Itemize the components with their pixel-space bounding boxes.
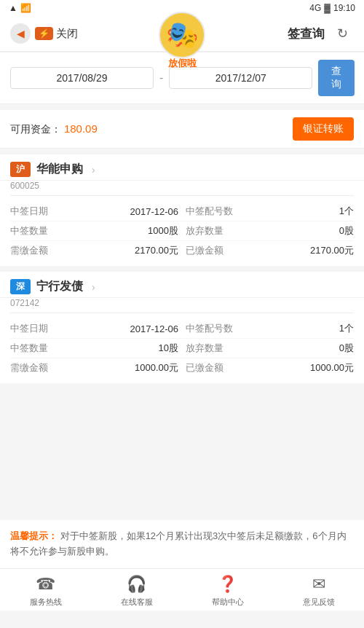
close-label: 关闭 <box>56 27 78 41</box>
wifi-icon: ▲ <box>9 3 17 13</box>
back-icon: ◀ <box>17 28 25 39</box>
value2-zhongqian-num: 10股 <box>159 342 178 355</box>
header: ◀ ⚡ 关闭 🎭 放假啦 签查询 ↻ <box>0 16 364 52</box>
detail-col-1-1a: 中签日期 2017-12-06 <box>10 205 178 218</box>
label-zhongqian-date: 中签日期 <box>10 205 48 218</box>
label2-peihao: 中签配号数 <box>186 322 233 335</box>
transfer-button[interactable]: 银证转账 <box>293 117 354 141</box>
network-label: 4G <box>309 3 321 13</box>
signal-icon: 📶 <box>20 3 31 13</box>
nav-item-online-service[interactable]: 🎧 在线客服 <box>91 575 182 608</box>
end-date-input[interactable] <box>169 67 312 89</box>
value-abandon: 0股 <box>339 224 354 238</box>
funds-row: 可用资金： 180.09 银证转账 <box>0 110 364 149</box>
detail-row-2-1: 中签日期 2017-12-06 中签配号数 1个 <box>10 319 354 339</box>
close-logo: ⚡ <box>35 27 53 40</box>
funds-value: 180.09 <box>64 122 98 135</box>
market-badge-sz: 深 <box>10 279 31 294</box>
header-center: 🎭 放假啦 <box>159 16 205 70</box>
nav-item-help[interactable]: ❓ 帮助中心 <box>182 575 273 608</box>
help-icon: ❓ <box>218 575 237 594</box>
stock-header-1[interactable]: 沪 华能申购 › <box>0 154 364 181</box>
stock-details-1: 中签日期 2017-12-06 中签配号数 1个 中签数量 1000股 放弃数量… <box>0 196 364 260</box>
label2-zhongqian-date: 中签日期 <box>10 322 48 335</box>
header-subtitle: 放假啦 <box>168 57 197 70</box>
funds-label: 可用资金： <box>10 123 61 135</box>
label2-paid: 已缴金额 <box>186 361 223 374</box>
detail-col-2-3b: 已缴金额 1000.00元 <box>186 361 354 374</box>
nav-label-help: 帮助中心 <box>212 597 244 608</box>
header-right: 签查询 ↻ <box>288 22 354 45</box>
label-need-pay: 需缴金额 <box>10 244 48 257</box>
time-label: 19:10 <box>333 3 355 13</box>
refresh-icon: ↻ <box>337 25 348 42</box>
refresh-button[interactable]: ↻ <box>331 22 354 45</box>
nav-item-feedback[interactable]: ✉ 意见反馈 <box>273 575 364 608</box>
back-button[interactable]: ◀ <box>10 23 31 44</box>
detail-col-2-1a: 中签日期 2017-12-06 <box>10 322 178 335</box>
header-left: ◀ ⚡ 关闭 <box>10 23 78 44</box>
detail-col-1-1b: 中签配号数 1个 <box>186 205 354 218</box>
detail-row-2-3: 需缴金额 1000.00元 已缴金额 1000.00元 <box>10 358 354 377</box>
detail-row-1-1: 中签日期 2017-12-06 中签配号数 1个 <box>10 202 354 221</box>
mail-icon: ✉ <box>312 575 325 594</box>
nav-label-online-service: 在线客服 <box>121 597 153 608</box>
market-badge-sh: 沪 <box>10 162 31 177</box>
detail-col-1-3a: 需缴金额 2170.00元 <box>10 244 178 257</box>
detail-col-2-1b: 中签配号数 1个 <box>186 322 354 335</box>
nav-label-hotline: 服务热线 <box>30 597 62 608</box>
value-paid: 2170.00元 <box>310 244 354 257</box>
headset-icon: 🎧 <box>127 575 146 594</box>
stock-card-1: 沪 华能申购 › 600025 中签日期 2017-12-06 中签配号数 1个… <box>0 154 364 266</box>
label2-abandon: 放弃数量 <box>186 342 223 355</box>
footer-tip-label: 温馨提示： <box>10 530 58 541</box>
mascot-image: 🎭 <box>159 12 205 58</box>
detail-row-1-2: 中签数量 1000股 放弃数量 0股 <box>10 221 354 241</box>
value-peihao: 1个 <box>339 205 354 218</box>
value-zhongqian-date: 2017-12-06 <box>130 206 179 217</box>
chevron-right-icon-1: › <box>92 164 95 176</box>
label-peihao: 中签配号数 <box>186 205 233 218</box>
funds-info: 可用资金： 180.09 <box>10 122 98 136</box>
value-need-pay: 2170.00元 <box>135 244 178 257</box>
footer-tip: 温馨提示： 对于中签新股，如果12个月累计出现3次中签后未足额缴款，6个月内将不… <box>0 520 364 568</box>
label-paid: 已缴金额 <box>186 244 223 257</box>
query-button[interactable]: 查询 <box>318 60 355 96</box>
nav-item-hotline[interactable]: ☎ 服务热线 <box>0 575 91 608</box>
stock-code-1: 600025 <box>0 181 364 195</box>
value2-zhongqian-date: 2017-12-06 <box>130 323 179 334</box>
empty-content-area <box>0 383 364 514</box>
phone-icon: ☎ <box>36 575 55 594</box>
close-button[interactable]: ⚡ 关闭 <box>35 27 78 41</box>
detail-col-2-2a: 中签数量 10股 <box>10 342 178 355</box>
date-separator: - <box>159 71 163 85</box>
detail-col-2-3a: 需缴金额 1000.00元 <box>10 361 178 374</box>
detail-col-2-2b: 放弃数量 0股 <box>186 342 354 355</box>
stock-name-2: 宁行发债 <box>36 279 83 294</box>
footer-tip-content: 对于中签新股，如果12个月累计出现3次中签后未足额缴款，6个月内将不允许参与新股… <box>10 530 347 557</box>
value2-need-pay: 1000.00元 <box>135 361 178 374</box>
status-right: 4G ▓ 19:10 <box>309 3 355 13</box>
header-wrapper: ◀ ⚡ 关闭 🎭 放假啦 签查询 ↻ <box>0 16 364 52</box>
page-title: 签查询 <box>288 25 325 42</box>
detail-row-2-2: 中签数量 10股 放弃数量 0股 <box>10 339 354 358</box>
battery-icon: ▓ <box>324 3 331 13</box>
value2-paid: 1000.00元 <box>310 361 354 374</box>
label2-zhongqian-num: 中签数量 <box>10 342 48 355</box>
value2-abandon: 0股 <box>339 342 354 355</box>
label2-need-pay: 需缴金额 <box>10 361 48 374</box>
label-zhongqian-num: 中签数量 <box>10 224 48 238</box>
start-date-input[interactable] <box>10 67 154 89</box>
stock-header-2[interactable]: 深 宁行发债 › <box>0 272 364 298</box>
status-left: ▲ 📶 <box>9 3 31 13</box>
nav-label-feedback: 意见反馈 <box>303 597 335 608</box>
stock-code-2: 072142 <box>0 298 364 313</box>
stock-name-1: 华能申购 <box>36 162 83 177</box>
chevron-right-icon-2: › <box>92 281 95 293</box>
detail-col-1-2b: 放弃数量 0股 <box>186 224 354 238</box>
detail-row-1-3: 需缴金额 2170.00元 已缴金额 2170.00元 <box>10 241 354 260</box>
stock-card-2: 深 宁行发债 › 072142 中签日期 2017-12-06 中签配号数 1个… <box>0 272 364 383</box>
label-abandon: 放弃数量 <box>186 224 223 238</box>
value-zhongqian-num: 1000股 <box>148 224 178 238</box>
stock-details-2: 中签日期 2017-12-06 中签配号数 1个 中签数量 10股 放弃数量 0… <box>0 313 364 377</box>
